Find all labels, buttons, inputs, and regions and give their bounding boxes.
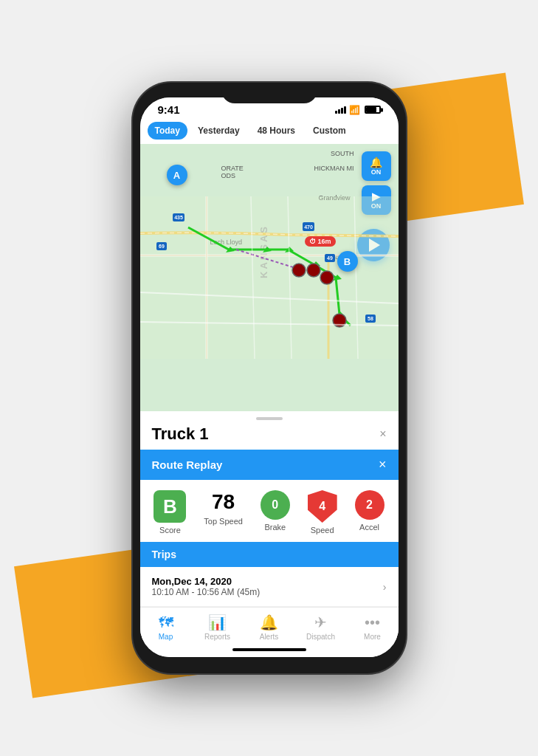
score-accel-item: 2 Accel — [355, 490, 384, 532]
phone-device: 9:41 📶 Today Yesterday 48 Hours Custom — [133, 83, 406, 673]
trip-time: 10:10 AM - 10:56 AM (45m) — [152, 587, 261, 597]
marker-a: A — [167, 165, 187, 185]
brake-label: Brake — [264, 523, 286, 532]
status-time: 9:41 — [158, 103, 180, 116]
score-number-value: 78 — [212, 490, 235, 514]
dispatch-nav-label: Dispatch — [306, 633, 335, 641]
trips-header: Trips — [140, 542, 399, 567]
home-indicator — [232, 648, 306, 651]
nav-item-reports[interactable]: 📊 Reports — [199, 614, 236, 641]
score-letter-label: Score — [159, 526, 181, 535]
score-row: B Score 78 Top Speed 0 Brake 4 Speed — [140, 480, 399, 542]
replay-btn-label: ON — [371, 202, 382, 210]
nav-item-map[interactable]: 🗺 Map — [148, 614, 184, 641]
score-letter-badge: B — [154, 490, 186, 523]
phone-notch — [221, 83, 317, 103]
battery-icon — [365, 106, 381, 114]
truck-header: Truck 1 × — [140, 425, 399, 450]
brake-badge: 0 — [261, 490, 290, 520]
map-area[interactable]: 470 49 69 435 58 KANSAS SOUTH ORATEODS H… — [140, 144, 399, 411]
tab-custom[interactable]: Custom — [306, 122, 354, 140]
nav-item-alerts[interactable]: 🔔 Alerts — [251, 614, 288, 641]
bottom-panel: Truck 1 × Route Replay × B Score 78 Top … — [140, 411, 399, 657]
more-nav-label: More — [364, 633, 381, 641]
accel-badge: 2 — [355, 490, 384, 520]
more-nav-icon: ••• — [365, 614, 380, 631]
trip-chevron-icon: › — [383, 581, 387, 593]
drag-handle — [256, 417, 283, 420]
play-icon — [369, 238, 380, 252]
filter-tabs: Today Yesterday 48 Hours Custom — [140, 117, 399, 144]
truck-name: Truck 1 — [152, 425, 209, 444]
score-letter-item: B Score — [154, 490, 186, 535]
route-replay-close-button[interactable]: × — [379, 457, 387, 472]
wifi-icon: 📶 — [349, 105, 360, 115]
alerts-nav-icon: 🔔 — [260, 614, 278, 631]
nav-item-more[interactable]: ••• More — [354, 614, 391, 641]
bottom-nav: 🗺 Map 📊 Reports 🔔 Alerts ✈ Dispatch ••• — [140, 607, 399, 645]
time-badge-value: 16m — [317, 238, 331, 245]
score-number-label: Top Speed — [204, 517, 243, 526]
score-number-item: 78 Top Speed — [204, 490, 243, 526]
notification-btn[interactable]: 🔔 ON — [362, 151, 391, 181]
status-icons: 📶 — [335, 105, 381, 115]
marker-b: B — [337, 251, 358, 272]
notification-btn-label: ON — [371, 168, 382, 176]
accel-label: Accel — [359, 523, 379, 532]
phone-screen: 9:41 📶 Today Yesterday 48 Hours Custom — [140, 97, 399, 657]
time-badge: ⏱ 16m — [305, 236, 335, 247]
map-nav-label: Map — [159, 633, 173, 641]
reports-nav-label: Reports — [204, 633, 230, 641]
reports-nav-icon: 📊 — [208, 614, 227, 631]
speed-value: 4 — [319, 500, 325, 513]
tab-yesterday[interactable]: Yesterday — [190, 122, 247, 140]
tab-today[interactable]: Today — [148, 122, 187, 140]
signal-icon — [335, 106, 346, 114]
map-nav-icon: 🗺 — [159, 614, 173, 631]
nav-item-dispatch[interactable]: ✈ Dispatch — [303, 614, 339, 641]
alerts-nav-label: Alerts — [260, 633, 279, 641]
dispatch-nav-icon: ✈ — [314, 614, 327, 631]
speed-badge: 4 — [308, 490, 337, 523]
trip-info: Mon,Dec 14, 2020 10:10 AM - 10:56 AM (45… — [152, 576, 261, 597]
map-controls: 🔔 ON ▶ ON — [362, 151, 391, 215]
play-button[interactable] — [357, 229, 390, 261]
speed-label: Speed — [311, 526, 334, 535]
trip-date: Mon,Dec 14, 2020 — [152, 576, 261, 587]
replay-btn[interactable]: ▶ ON — [362, 185, 391, 215]
score-speed-item: 4 Speed — [308, 490, 337, 535]
tab-48hours[interactable]: 48 Hours — [250, 122, 303, 140]
score-brake-item: 0 Brake — [261, 490, 290, 532]
trips-label: Trips — [152, 549, 176, 560]
panel-close-button[interactable]: × — [379, 427, 386, 441]
route-replay-bar: Route Replay × — [140, 450, 399, 480]
trip-row[interactable]: Mon,Dec 14, 2020 10:10 AM - 10:56 AM (45… — [140, 567, 399, 607]
clock-icon: ⏱ — [309, 238, 316, 245]
route-replay-label: Route Replay — [152, 458, 223, 471]
